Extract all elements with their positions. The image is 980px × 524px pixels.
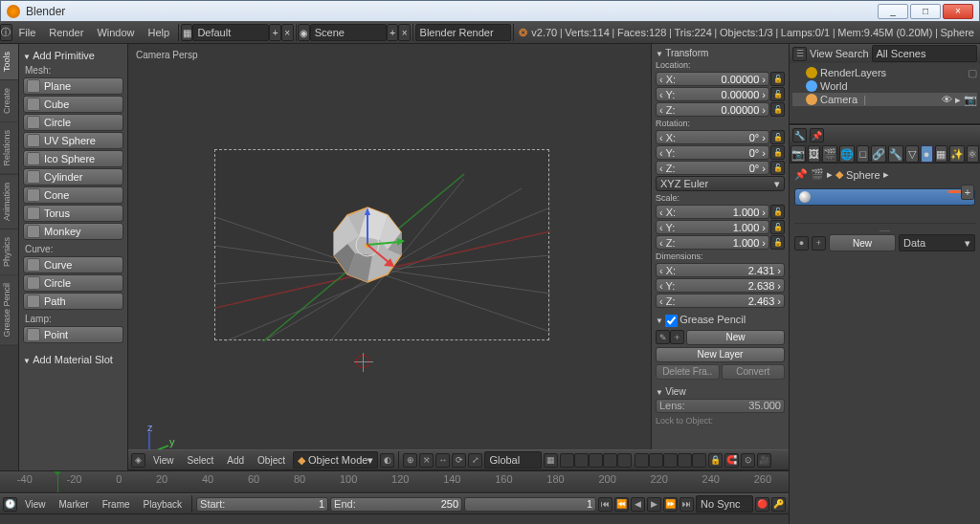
add-cone-button[interactable]: Cone: [23, 186, 123, 204]
tl-menu-frame[interactable]: Frame: [97, 499, 136, 510]
tab-physics[interactable]: Physics: [0, 229, 18, 275]
end-frame-field[interactable]: End:250: [330, 497, 462, 512]
menu-add[interactable]: Add: [221, 455, 250, 466]
editor-outliner-icon[interactable]: ☰: [792, 47, 807, 61]
outliner-item[interactable]: Camera|👁 ▸ 📷: [792, 93, 977, 106]
lens-field[interactable]: Lens:35.000: [656, 399, 785, 413]
tab-world-icon[interactable]: 🌐: [839, 145, 855, 163]
menu-select[interactable]: Select: [182, 455, 220, 466]
play-rev-icon[interactable]: ◀: [631, 497, 645, 512]
out-menu-view[interactable]: View: [810, 48, 833, 59]
editor-properties-icon[interactable]: 🔧: [792, 128, 807, 142]
screen-del-icon[interactable]: ×: [281, 24, 294, 41]
gp-delete-button[interactable]: Delete Fra..: [656, 364, 720, 380]
lock-icon[interactable]: 🔓: [770, 130, 785, 144]
scene-browse-icon[interactable]: ◉: [298, 24, 310, 41]
lock-icon[interactable]: 🔓: [770, 145, 785, 160]
sync-dropdown[interactable]: No Sync: [696, 495, 753, 513]
add-curve-curve-button[interactable]: Curve: [23, 256, 123, 273]
shading-icon[interactable]: ◐: [380, 453, 394, 468]
panel-grease-pencil[interactable]: Grease Pencil: [656, 314, 785, 327]
current-frame-field[interactable]: 1: [464, 497, 596, 512]
play-icon[interactable]: ▶: [647, 497, 661, 512]
tl-menu-playback[interactable]: Playback: [138, 499, 189, 510]
editor-type-icon[interactable]: ⓘ: [0, 24, 12, 41]
material-new-button[interactable]: New: [829, 234, 896, 251]
timeline-cursor[interactable]: [57, 471, 58, 492]
snap-element-icon[interactable]: ⊙: [741, 453, 755, 468]
layer-buttons[interactable]: [560, 453, 706, 468]
location-y-field[interactable]: ‹ Y:0.00000 ›: [656, 87, 769, 101]
add-cube-button[interactable]: Cube: [23, 96, 123, 113]
jump-start-icon[interactable]: ⏮: [598, 497, 612, 512]
rotation-y-field[interactable]: ‹ Y:0° ›: [656, 145, 769, 160]
tab-render-icon[interactable]: 📷: [791, 145, 806, 163]
jump-end-icon[interactable]: ⏭: [679, 497, 694, 512]
add-uv-sphere-button[interactable]: UV Sphere: [23, 132, 123, 149]
rotation-z-field[interactable]: ‹ Z:0° ›: [656, 161, 769, 175]
start-frame-field[interactable]: Start:1: [196, 497, 328, 512]
manipulator-icon[interactable]: ⤧: [419, 453, 434, 468]
gp-draw-icon[interactable]: ✎: [656, 330, 670, 344]
add-plane-button[interactable]: Plane: [23, 77, 123, 95]
render-engine-field[interactable]: Blender Render: [415, 24, 511, 41]
keyframe-next-icon[interactable]: ⏩: [663, 497, 678, 512]
add-lamp-point-button[interactable]: Point: [23, 326, 123, 343]
tab-grease-pencil[interactable]: Grease Pencil: [0, 275, 18, 346]
outliner-item[interactable]: World: [792, 79, 977, 93]
gp-checkbox[interactable]: [665, 315, 678, 327]
rotation-x-field[interactable]: ‹ X:0° ›: [656, 130, 769, 144]
outliner-filter-dropdown[interactable]: All Scenes: [872, 45, 977, 62]
pin-small-icon[interactable]: 📌: [794, 168, 808, 181]
scene-field[interactable]: Scene: [310, 24, 387, 41]
lock-icon[interactable]: 🔓: [770, 161, 785, 175]
add-curve-path-button[interactable]: Path: [23, 293, 123, 310]
mode-dropdown[interactable]: ◆Object Mode▾: [293, 451, 378, 469]
gp-convert-button[interactable]: Convert: [722, 364, 786, 380]
tab-create[interactable]: Create: [0, 80, 18, 122]
tab-constraints-icon[interactable]: 🔗: [871, 145, 886, 163]
3d-viewport[interactable]: Camera Persp: [128, 44, 789, 470]
panel-add-primitive[interactable]: Add Primitive: [23, 50, 123, 61]
layers-icon[interactable]: ▦: [544, 453, 558, 468]
menu-file[interactable]: File: [12, 21, 43, 44]
scene-del-icon[interactable]: ×: [398, 24, 411, 41]
close-button[interactable]: ×: [943, 4, 973, 19]
scale-y-field[interactable]: ‹ Y:1.000 ›: [656, 220, 769, 234]
lock-icon[interactable]: 🔓: [770, 72, 785, 86]
panel-view[interactable]: View: [656, 386, 785, 397]
tab-tools[interactable]: Tools: [0, 44, 18, 80]
node-type-dropdown[interactable]: Data▾: [899, 234, 975, 251]
keying-set-icon[interactable]: 🔑: [771, 497, 786, 512]
lock-icon[interactable]: 🔓: [770, 87, 785, 101]
lock-icon[interactable]: 🔓: [770, 102, 785, 117]
menu-object[interactable]: Object: [252, 455, 291, 466]
dimension-z-field[interactable]: ‹ Z:2.463 ›: [656, 294, 785, 308]
scene-add-icon[interactable]: +: [387, 24, 399, 41]
tab-scene-icon[interactable]: 🎬: [822, 145, 837, 163]
gp-plus-icon[interactable]: +: [670, 330, 684, 344]
menu-help[interactable]: Help: [142, 21, 177, 44]
lock-icon[interactable]: 🔓: [770, 220, 785, 234]
tab-object-icon[interactable]: □: [857, 145, 869, 163]
add-torus-button[interactable]: Torus: [23, 205, 123, 222]
tab-data-icon[interactable]: ▽: [905, 145, 918, 163]
menu-view[interactable]: View: [147, 455, 180, 466]
rotation-mode-dropdown[interactable]: XYZ Euler▾: [656, 176, 785, 191]
screen-layout-field[interactable]: Default: [192, 24, 269, 41]
orientation-dropdown[interactable]: Global: [484, 451, 542, 469]
pivot-icon[interactable]: ⊕: [403, 453, 417, 468]
add-cylinder-button[interactable]: Cylinder: [23, 168, 123, 186]
gp-new-layer-button[interactable]: New Layer: [656, 347, 785, 362]
tab-modifiers-icon[interactable]: 🔧: [888, 145, 903, 163]
dimension-x-field[interactable]: ‹ X:2.431 ›: [656, 263, 785, 277]
scale-x-field[interactable]: ‹ X:1.000 ›: [656, 205, 769, 219]
editor-3dview-icon[interactable]: ◈: [131, 453, 145, 468]
tab-physics-icon[interactable]: ⚛: [967, 145, 979, 163]
keyframe-prev-icon[interactable]: ⏪: [614, 497, 629, 512]
panel-transform[interactable]: Transform: [656, 48, 785, 58]
location-z-field[interactable]: ‹ Z:0.00000 ›: [656, 102, 769, 117]
add-material-slot-button[interactable]: +: [961, 185, 974, 200]
out-menu-search[interactable]: Search: [835, 48, 869, 59]
dimension-y-field[interactable]: ‹ Y:2.638 ›: [656, 278, 785, 293]
